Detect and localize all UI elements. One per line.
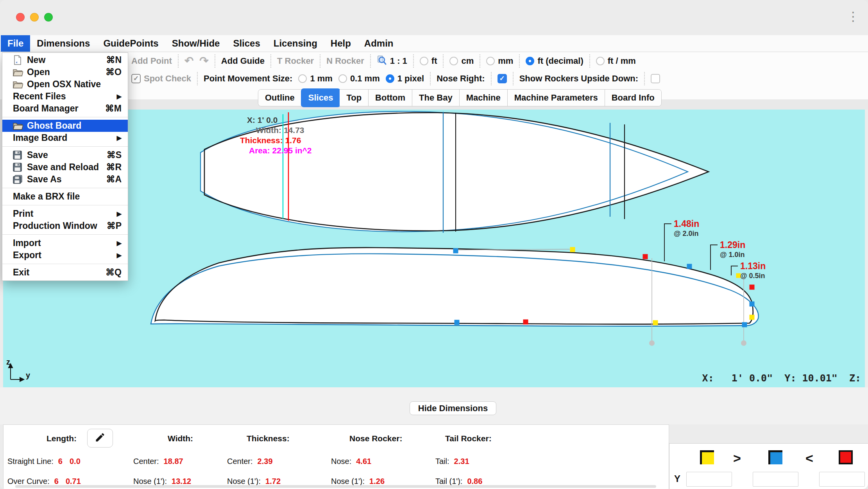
control-point[interactable]: [453, 248, 458, 253]
close-window-button[interactable]: [16, 13, 25, 22]
y-input-3[interactable]: [819, 472, 865, 487]
y-coordinate-label: Y: [674, 473, 680, 484]
control-point[interactable]: [570, 247, 575, 252]
magnifier-icon: [377, 55, 387, 67]
y-input-1[interactable]: [686, 472, 732, 487]
hide-dimensions-button[interactable]: Hide Dimensions: [410, 401, 496, 415]
tab-bottom[interactable]: Bottom: [369, 90, 412, 106]
tail-rocker-header: Tail Rocker:: [445, 434, 492, 443]
nose-right-checkbox[interactable]: ✓: [498, 74, 507, 83]
blue-point-swatch[interactable]: [768, 450, 782, 464]
tab-top[interactable]: Top: [340, 90, 369, 106]
tab-machine[interactable]: Machine: [460, 90, 508, 106]
previous-point-arrow[interactable]: <: [805, 451, 813, 466]
undo-icon[interactable]: ↶: [184, 55, 193, 67]
menu-slices[interactable]: Slices: [226, 35, 267, 52]
tab-the-bay[interactable]: The Bay: [412, 90, 460, 106]
menu-item-image-board[interactable]: Image Board ▶: [2, 132, 128, 144]
control-point[interactable]: [653, 320, 658, 325]
menu-show-hide[interactable]: Show/Hide: [165, 35, 227, 52]
tab-slices[interactable]: Slices: [301, 89, 340, 107]
menu-item-save-and-reload[interactable]: Save and Reload ⌘R: [2, 161, 128, 173]
unit-ft-decimal-radio[interactable]: ft (decimal): [526, 56, 583, 66]
control-point[interactable]: [750, 302, 755, 307]
size-1pixel-radio[interactable]: 1 pixel: [386, 74, 424, 84]
minimize-window-button[interactable]: [30, 13, 39, 22]
menu-item-board-manager[interactable]: Board Manager ⌘M: [2, 102, 128, 115]
menu-item-import[interactable]: Import ▶: [2, 237, 128, 249]
over-curve-row: Over Curve:60.71: [7, 477, 81, 486]
add-point-button[interactable]: Add Point: [131, 56, 172, 66]
menu-help[interactable]: Help: [324, 35, 358, 52]
control-point[interactable]: [455, 320, 460, 325]
new-document-icon: [13, 55, 27, 65]
redo-icon[interactable]: ↷: [199, 55, 208, 67]
point-movement-size-label: Point Movement Size:: [204, 74, 292, 84]
zoom-one-to-one-button[interactable]: 1 : 1: [377, 55, 407, 67]
menu-item-production-window[interactable]: Production Window ⌘P: [2, 220, 128, 232]
control-point[interactable]: [750, 315, 755, 320]
horizontal-scrollbar[interactable]: [15, 485, 656, 488]
spot-check-checkbox[interactable]: ✓Spot Check: [131, 74, 191, 84]
thickness-header: Thickness:: [247, 434, 290, 443]
menu-file[interactable]: File: [1, 35, 30, 52]
toolbar-row-2: ✓Spot Check Point Movement Size: 1 mm 0.…: [131, 70, 660, 87]
menu-licensing[interactable]: Licensing: [267, 35, 324, 52]
menu-item-export[interactable]: Export ▶: [2, 249, 128, 261]
menu-guidepoints[interactable]: GuidePoints: [97, 35, 165, 52]
tab-machine-parameters[interactable]: Machine Parameters: [508, 90, 605, 106]
open-folder-icon: [13, 68, 27, 77]
size-1mm-radio[interactable]: 1 mm: [298, 74, 332, 84]
app-window: ⋮ File Dimensions GuidePoints Show/Hide …: [0, 0, 868, 489]
menu-item-new[interactable]: New ⌘N: [2, 54, 128, 66]
unit-cm-radio[interactable]: cm: [449, 56, 474, 66]
axis-indicator: [9, 364, 24, 381]
unit-mm-radio[interactable]: mm: [486, 56, 513, 66]
design-canvas[interactable]: X: 1' 0.0 Width: 14.73 Thickness: 1.76 A…: [3, 110, 865, 387]
file-menu-dropdown: New ⌘N Open ⌘O Open OSX Native Recent Fi…: [2, 52, 128, 281]
slice-width-readout: Width: 14.73: [256, 126, 304, 135]
nose-right-label: Nose Right:: [437, 74, 485, 84]
yellow-point-swatch[interactable]: [700, 450, 714, 464]
overflow-menu-icon[interactable]: ⋮: [847, 9, 859, 24]
t-rocker-button[interactable]: T Rocker: [277, 56, 314, 66]
control-point[interactable]: [643, 254, 648, 259]
dimensions-panel: Length: Width: Thickness: Nose Rocker: T…: [3, 424, 669, 489]
menu-item-open[interactable]: Open ⌘O: [2, 66, 128, 78]
unit-ft-mm-radio[interactable]: ft / mm: [596, 56, 636, 66]
tab-outline[interactable]: Outline: [258, 90, 302, 106]
y-input-2[interactable]: [753, 472, 798, 487]
spot-check-icon: ✓: [131, 74, 141, 83]
slice-area-readout: Area: 22.95 in^2: [249, 146, 312, 155]
control-point[interactable]: [742, 322, 747, 327]
size-01mm-radio[interactable]: 0.1 mm: [338, 74, 380, 84]
menu-item-recent-files[interactable]: Recent Files ▶: [2, 90, 128, 102]
tab-board-info[interactable]: Board Info: [605, 90, 661, 106]
menu-dimensions[interactable]: Dimensions: [30, 35, 97, 52]
n-rocker-button[interactable]: N Rocker: [326, 56, 364, 66]
unit-ft-radio[interactable]: ft: [420, 56, 437, 66]
add-guide-button[interactable]: Add Guide: [221, 56, 265, 66]
menu-admin[interactable]: Admin: [358, 35, 400, 52]
menu-item-save[interactable]: Save ⌘S: [2, 149, 128, 161]
nose-rocker-1ft-row: Nose (1'):1.26: [331, 477, 385, 486]
thickness-callout-2in: 1.48in@ 2.0in: [674, 219, 699, 238]
menu-item-save-as[interactable]: Save As ⌘A: [2, 173, 128, 185]
slice-point-controls: > < Y: [669, 443, 868, 489]
control-point[interactable]: [687, 264, 692, 269]
show-rockers-checkbox[interactable]: [651, 74, 660, 83]
edit-length-button[interactable]: [87, 429, 113, 448]
menu-item-ghost-board[interactable]: Ghost Board: [2, 120, 128, 132]
control-point[interactable]: [750, 285, 755, 290]
menu-item-open-osx-native[interactable]: Open OSX Native: [2, 78, 128, 90]
submenu-arrow-icon: ▶: [117, 93, 122, 100]
red-point-swatch[interactable]: [839, 450, 853, 464]
menu-item-exit[interactable]: Exit ⌘Q: [2, 266, 128, 279]
next-point-arrow[interactable]: >: [733, 451, 741, 466]
submenu-arrow-icon: ▶: [117, 239, 122, 247]
menu-item-print[interactable]: Print ▶: [2, 208, 128, 220]
floppy-disk-copy-icon: [13, 175, 27, 184]
control-point[interactable]: [523, 320, 528, 325]
maximize-window-button[interactable]: [44, 13, 53, 22]
menu-item-make-brx-file[interactable]: Make a BRX file: [2, 191, 128, 203]
